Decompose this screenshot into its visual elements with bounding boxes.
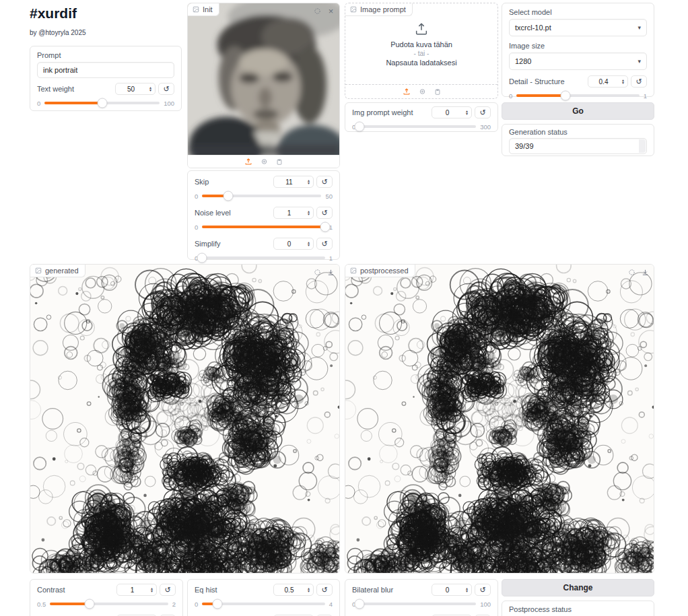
init-portrait-image — [188, 3, 339, 156]
image-icon — [350, 6, 357, 13]
slider-handle[interactable] — [355, 599, 365, 609]
spinner-arrows-icon[interactable]: ▴▾ — [304, 584, 313, 595]
slider-handle[interactable] — [213, 599, 223, 609]
eq-hist-number-input[interactable]: 0.5 ▴▾ — [273, 584, 314, 596]
simplify-slider[interactable] — [202, 256, 324, 259]
contrast-reset-button[interactable]: ↺ — [160, 584, 176, 596]
init-image[interactable] — [188, 3, 339, 156]
detail-structure-label: Detail - Structure — [509, 77, 565, 85]
paste-button[interactable] — [434, 88, 441, 96]
go-button[interactable]: Go — [502, 102, 654, 120]
text-weight-number-input[interactable]: 50 ▴▾ — [115, 83, 156, 95]
prompt-panel: Prompt Text weight 50 ▴▾ ↺ 0 100 — [30, 46, 182, 111]
contrast-label: Contrast — [37, 586, 65, 594]
slider-handle[interactable] — [223, 191, 234, 201]
img-prompt-weight-reset-button[interactable]: ↺ — [475, 106, 491, 118]
spinner-arrows-icon[interactable]: ▴▾ — [304, 238, 313, 249]
upload-icon — [244, 158, 252, 166]
download-button[interactable] — [325, 267, 337, 277]
download-icon — [642, 269, 649, 276]
fullscreen-button[interactable] — [312, 5, 323, 16]
slider-handle[interactable] — [355, 122, 365, 132]
select-model-label: Select model — [509, 8, 647, 16]
reset-icon: ↺ — [479, 109, 485, 116]
postprocessed-panel: postprocessed — [345, 264, 654, 574]
generation-status-output[interactable]: 39/39 — [509, 138, 647, 154]
eq-hist-reset-button[interactable]: ↺ — [316, 584, 333, 596]
reset-icon: ↺ — [635, 78, 642, 85]
image-prompt-label: Image prompt — [360, 5, 406, 13]
upload-button[interactable] — [403, 88, 411, 96]
fullscreen-icon — [314, 269, 321, 276]
generation-status-panel: Generation status 39/39 — [502, 124, 654, 156]
spinner-arrows-icon[interactable]: ▴▾ — [304, 176, 313, 187]
detail-structure-reset-button[interactable]: ↺ — [631, 75, 647, 88]
contrast-slider[interactable] — [50, 603, 168, 605]
noise-level-reset-button[interactable]: ↺ — [316, 207, 333, 219]
generated-panel: generated — [30, 264, 340, 574]
skip-number-input[interactable]: 11 ▴▾ — [273, 176, 314, 188]
chevron-down-icon: ▾ — [638, 58, 641, 65]
webcam-button[interactable] — [419, 88, 426, 96]
skip-label: Skip — [195, 178, 209, 186]
spinner-arrows-icon[interactable]: ▴▾ — [304, 207, 313, 218]
skip-slider[interactable] — [202, 195, 321, 197]
postprocess-status-label: Postprocess status — [509, 605, 647, 613]
model-dropdown[interactable]: txcrcl-10.pt ▾ — [509, 19, 647, 36]
paste-button[interactable] — [276, 158, 283, 166]
clipboard-icon — [434, 88, 441, 96]
postprocessed-chip: postprocessed — [345, 265, 415, 277]
bilateral-blur-label: Bilateral blur — [352, 586, 393, 594]
scrollbar[interactable] — [639, 139, 646, 153]
change-button[interactable]: Change — [502, 579, 654, 596]
spinner-arrows-icon[interactable]: ▴▾ — [146, 83, 155, 94]
text-weight-reset-button[interactable]: ↺ — [158, 83, 174, 95]
upload-arrow-icon — [414, 22, 429, 36]
webcam-icon — [261, 158, 268, 166]
webcam-button[interactable] — [261, 158, 268, 166]
init-panel-chip: Init — [188, 3, 219, 16]
prompt-input[interactable] — [37, 62, 174, 78]
detail-structure-slider[interactable] — [516, 94, 639, 97]
spinner-arrows-icon[interactable]: ▴▾ — [462, 107, 471, 118]
img-prompt-weight-number-input[interactable]: 0 ▴▾ — [432, 106, 472, 118]
eq-hist-label: Eq hist — [195, 586, 217, 594]
bilateral-blur-number-input[interactable]: 0 ▴▾ — [432, 584, 472, 596]
clipboard-icon — [276, 158, 283, 166]
image-size-dropdown[interactable]: 1280 ▾ — [509, 53, 647, 70]
fullscreen-button[interactable] — [626, 267, 638, 277]
reset-icon: ↺ — [321, 178, 327, 186]
spinner-arrows-icon[interactable]: ▴▾ — [619, 76, 627, 87]
text-weight-slider[interactable] — [44, 102, 160, 104]
postprocessed-label: postprocessed — [360, 267, 409, 275]
img-prompt-weight-slider[interactable] — [359, 125, 476, 128]
bilateral-blur-slider[interactable] — [359, 603, 476, 605]
bilateral-blur-reset-button[interactable]: ↺ — [475, 584, 491, 596]
slider-handle[interactable] — [561, 91, 571, 101]
image-size-label: Image size — [509, 42, 647, 50]
noise-level-number-input[interactable]: 1 ▴▾ — [273, 207, 314, 219]
clear-init-button[interactable]: × — [325, 5, 337, 16]
spinner-arrows-icon[interactable]: ▴▾ — [462, 584, 471, 595]
skip-reset-button[interactable]: ↺ — [316, 176, 333, 188]
simplify-number-input[interactable]: 0 ▴▾ — [273, 238, 314, 250]
detail-structure-number-input[interactable]: 0.4 ▴▾ — [588, 75, 628, 88]
eq-hist-slider[interactable] — [202, 603, 324, 605]
noise-level-slider[interactable] — [202, 226, 324, 228]
image-prompt-panel: Image prompt Pudota kuva tähän - tai - N… — [345, 3, 498, 99]
slider-handle[interactable] — [84, 599, 94, 609]
noise-level-label: Noise level — [195, 209, 231, 217]
image-icon — [350, 267, 357, 274]
slider-handle[interactable] — [97, 98, 107, 108]
upload-button[interactable] — [244, 158, 252, 166]
fullscreen-button[interactable] — [312, 267, 323, 277]
sampler-sliders-panel: Skip 11 ▴▾ ↺ 0 50 Noise level — [187, 170, 340, 260]
spinner-arrows-icon[interactable]: ▴▾ — [147, 584, 156, 595]
download-button[interactable] — [640, 267, 651, 277]
contrast-number-input[interactable]: 1 ▴▾ — [116, 584, 157, 596]
slider-handle[interactable] — [320, 222, 330, 232]
generation-status-label: Generation status — [509, 128, 647, 136]
image-prompt-chip: Image prompt — [345, 3, 413, 16]
slider-handle[interactable] — [197, 253, 207, 263]
simplify-reset-button[interactable]: ↺ — [316, 238, 333, 250]
